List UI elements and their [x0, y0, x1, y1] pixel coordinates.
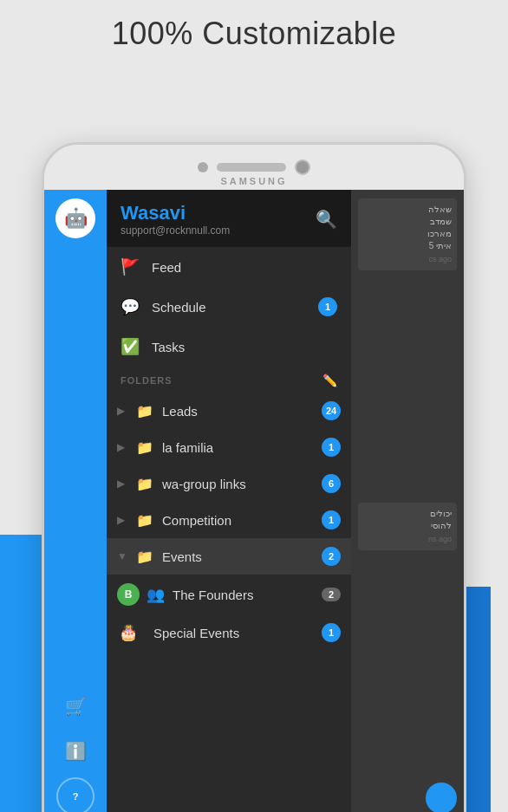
info-icon: ℹ️ — [65, 741, 87, 762]
help-icon: ? — [73, 791, 79, 802]
folder-icon: 📁 — [136, 476, 155, 492]
schedule-label: Schedule — [152, 300, 306, 315]
lafamilia-badge: 1 — [322, 438, 341, 457]
folder-icon: 📁 — [136, 403, 155, 419]
info-button[interactable]: ℹ️ — [56, 732, 94, 770]
folder-icon: 📁 — [136, 549, 155, 565]
tasks-label: Tasks — [152, 340, 337, 354]
founders-label: The Founders — [173, 588, 315, 602]
phone-frame: SAMSUNG 🤖 🛒 ℹ️ ? Wasavi — [42, 142, 466, 812]
chat-time-1: cs ago — [363, 254, 452, 265]
chat-snippets: שאלהשמדבמארכואיתי 5 cs ago יכוליםלהוסי n… — [351, 190, 464, 812]
nav-item-tasks[interactable]: ✅ Tasks — [107, 327, 351, 367]
chevron-right-icon: ▶ — [117, 477, 129, 490]
speaker — [217, 163, 286, 172]
nav-panel: Wasavi support@rocknnull.com 🔍 🚩 Feed 💬 … — [107, 190, 351, 812]
group-item-founders[interactable]: B 👥 The Founders 2 — [107, 575, 351, 614]
camera-left — [198, 162, 208, 172]
page-title: 100% Customizable — [0, 0, 508, 64]
chat-area: שאלהשמדבמארכואיתי 5 cs ago יכוליםלהוסי n… — [351, 190, 464, 812]
specialevents-label: Special Events — [153, 626, 315, 640]
search-button[interactable]: 🔍 — [316, 209, 337, 230]
feed-label: Feed — [152, 260, 337, 275]
phone-top-bar: SAMSUNG — [44, 145, 464, 190]
founders-avatar: B — [117, 583, 140, 606]
folder-lafamilia-label: la familia — [162, 440, 315, 455]
edit-icon[interactable]: ✏️ — [322, 374, 337, 387]
user-info: Wasavi support@rocknnull.com — [120, 202, 230, 237]
chat-snippet-2: יכוליםלהוסי ns ago — [358, 503, 457, 550]
cart-button[interactable]: 🛒 — [56, 687, 94, 725]
folder-item-events[interactable]: ▼ 📁 Events 2 — [107, 538, 351, 575]
schedule-badge: 1 — [318, 297, 337, 316]
cake-icon: 🎂 — [117, 623, 140, 642]
sidebar-left: 🤖 🛒 ℹ️ ? — [44, 190, 107, 812]
folders-label: FOLDERS — [120, 375, 173, 386]
specialevents-badge: 1 — [322, 623, 341, 642]
avatar-icon: 🤖 — [64, 207, 88, 230]
brand-text: SAMSUNG — [220, 176, 287, 186]
user-email: support@rocknnull.com — [120, 224, 230, 237]
chevron-right-icon: ▶ — [117, 514, 129, 526]
nav-item-feed[interactable]: 🚩 Feed — [107, 247, 351, 287]
phone-screen: 🤖 🛒 ℹ️ ? Wasavi support@rocknnull.com � — [44, 190, 464, 812]
wagrouplinks-badge: 6 — [322, 474, 341, 493]
folders-header: FOLDERS ✏️ — [107, 367, 351, 393]
folder-item-leads[interactable]: ▶ 📁 Leads 24 — [107, 393, 351, 429]
tasks-icon: ✅ — [120, 337, 140, 356]
cart-icon: 🛒 — [65, 696, 87, 717]
folder-icon: 📁 — [136, 439, 155, 456]
folder-events-label: Events — [162, 549, 315, 564]
events-badge: 2 — [322, 547, 341, 566]
avatar: 🤖 — [55, 198, 95, 238]
chat-snippet-1: שאלהשמדבמארכואיתי 5 cs ago — [358, 198, 457, 270]
folder-item-competition[interactable]: ▶ 📁 Competition 1 — [107, 502, 351, 538]
leads-badge: 24 — [322, 401, 341, 420]
nav-item-schedule[interactable]: 💬 Schedule 1 — [107, 287, 351, 327]
chat-text-2: יכוליםלהוסי — [363, 508, 452, 532]
flag-icon: 🚩 — [120, 257, 140, 276]
help-button[interactable]: ? — [56, 777, 94, 812]
chat-text-1: שאלהשמדבמארכואיתי 5 — [363, 204, 452, 252]
chevron-down-icon: ▼ — [117, 550, 129, 562]
chat-avatar — [426, 783, 457, 812]
chevron-right-icon: ▶ — [117, 441, 129, 453]
side-btn-power — [464, 318, 466, 370]
chevron-right-icon: ▶ — [117, 405, 129, 417]
founders-badge: 2 — [322, 588, 341, 601]
folder-item-lafamilia[interactable]: ▶ 📁 la familia 1 — [107, 429, 351, 465]
folder-leads-label: Leads — [162, 404, 315, 419]
group-item-specialevents[interactable]: 🎂 Special Events 1 — [107, 614, 351, 651]
group-icon: 👥 — [147, 586, 166, 604]
username: Wasavi — [120, 202, 230, 224]
schedule-icon: 💬 — [120, 297, 140, 316]
chat-time-2: ns ago — [363, 534, 452, 545]
camera-right — [295, 159, 310, 175]
folder-wagrouplinks-label: wa-group links — [162, 477, 315, 491]
nav-header: Wasavi support@rocknnull.com 🔍 — [107, 190, 351, 247]
folder-competition-label: Competition — [162, 513, 315, 528]
folder-item-wagrouplinks[interactable]: ▶ 📁 wa-group links 6 — [107, 465, 351, 502]
folder-icon: 📁 — [136, 512, 155, 529]
competition-badge: 1 — [322, 510, 341, 529]
